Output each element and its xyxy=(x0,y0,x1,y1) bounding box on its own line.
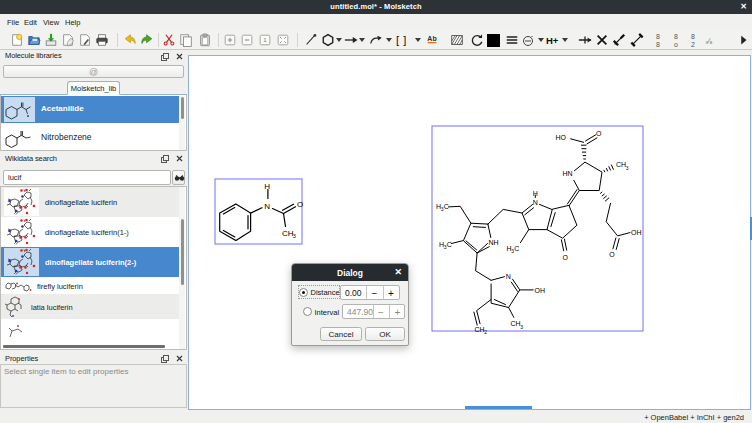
svg-text:2: 2 xyxy=(484,329,487,335)
svg-text:H: H xyxy=(264,182,270,191)
svg-text:HO: HO xyxy=(556,134,567,141)
svg-text:3: 3 xyxy=(626,165,629,171)
svg-text:3: 3 xyxy=(520,324,523,330)
svg-text:N: N xyxy=(506,273,511,280)
svg-text:3: 3 xyxy=(293,233,296,239)
svg-text:1: 1 xyxy=(263,36,267,43)
svg-text:NH: NH xyxy=(489,239,499,246)
svg-text:CH: CH xyxy=(475,326,485,333)
svg-text:O: O xyxy=(609,251,615,258)
svg-text:C: C xyxy=(447,241,452,248)
svg-text:CH: CH xyxy=(511,320,521,327)
svg-text:N: N xyxy=(533,199,538,206)
svg-text:CH: CH xyxy=(616,161,626,168)
svg-text:O: O xyxy=(562,254,568,261)
svg-text:OH: OH xyxy=(535,287,546,294)
svg-text:H: H xyxy=(533,190,538,197)
svg-text:C: C xyxy=(514,245,519,252)
svg-text:C: C xyxy=(444,203,449,210)
svg-text:O: O xyxy=(297,200,303,209)
svg-text:O: O xyxy=(596,130,602,137)
svg-text:N: N xyxy=(264,202,270,211)
svg-text:Ab: Ab xyxy=(427,35,436,42)
svg-text:OH: OH xyxy=(631,229,642,236)
svg-text:HN: HN xyxy=(563,170,573,177)
